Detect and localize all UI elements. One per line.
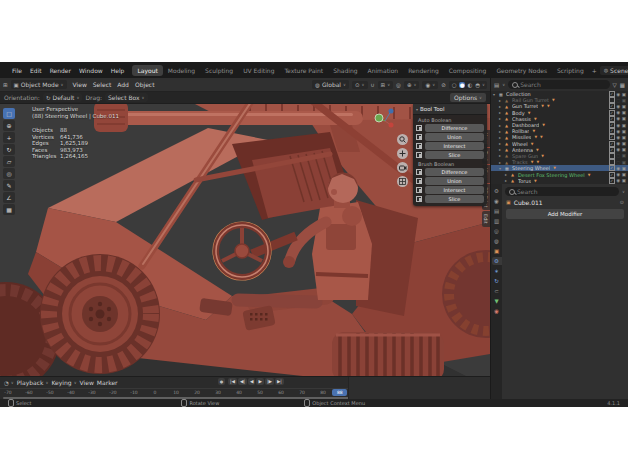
outliner-row-torus[interactable]: ▸▲Torus▼✓◉▣ <box>491 178 628 184</box>
editor-type-icon[interactable]: ⊞ <box>3 82 8 88</box>
eye-visibility-icon[interactable]: ◉ <box>616 166 620 171</box>
exclude-checkbox-icon[interactable]: ✓ <box>609 103 615 109</box>
sidebar-tab-edit[interactable]: Edit <box>482 211 490 227</box>
options-button[interactable]: Options ∨ <box>450 93 486 102</box>
properties-tab-object[interactable]: ▣ <box>492 247 502 255</box>
properties-tab-modifiers[interactable]: ⚙ <box>492 257 502 265</box>
move-view-button[interactable] <box>397 148 408 159</box>
add-modifier-button[interactable]: Add Modifier <box>506 209 624 219</box>
timeline-menu-marker[interactable]: Marker <box>97 379 118 386</box>
outliner-search-input[interactable]: Search <box>508 80 609 89</box>
tool-measure-button[interactable]: ∠ <box>3 192 15 203</box>
shading-material-preview-icon[interactable]: ◐ <box>466 82 473 88</box>
exclude-checkbox-icon[interactable]: ✓ <box>609 172 615 178</box>
shading-solid-icon[interactable]: ● <box>459 82 466 88</box>
collapse-caret-icon[interactable]: ▾ <box>499 166 503 171</box>
expand-caret-icon[interactable]: ▸ <box>499 104 503 109</box>
toggle-projection-button[interactable] <box>397 176 408 187</box>
orientation-setting-dropdown[interactable]: ↻ Default ∨ <box>43 93 82 102</box>
exclude-checkbox-icon[interactable]: ✓ <box>609 141 615 147</box>
brush-boolean-intersect-button[interactable]: Intersect <box>425 186 484 194</box>
exclude-checkbox-icon[interactable]: ✓ <box>609 165 615 171</box>
timeline-menu-playback[interactable]: Playback∨ <box>17 379 49 386</box>
brush-boolean-union-button[interactable]: Union <box>425 177 484 185</box>
eye-visibility-icon[interactable]: ◉ <box>616 104 620 109</box>
eye-visibility-icon[interactable]: ◉ <box>616 135 620 140</box>
menu-help[interactable]: Help <box>107 66 129 75</box>
properties-tab-physics[interactable]: ↻ <box>492 277 502 285</box>
navigation-axis-gizmo[interactable] <box>374 106 396 132</box>
viewport-canvas[interactable]: □⊕+↻▱◎✎∠▦ User Perspective (88) Steering… <box>0 104 490 376</box>
menu-render[interactable]: Render <box>46 66 75 75</box>
workspace-tab-texture-paint[interactable]: Texture Paint <box>279 65 328 76</box>
render-visibility-icon[interactable]: ▣ <box>622 172 626 177</box>
render-visibility-icon[interactable]: ▣ <box>622 116 626 121</box>
exclude-checkbox-icon[interactable]: ✓ <box>609 178 615 184</box>
exclude-checkbox-icon[interactable]: ✓ <box>609 128 615 134</box>
jump-to-end-button[interactable]: ▶| <box>275 378 284 385</box>
eye-visibility-icon[interactable]: ◌ <box>616 153 620 158</box>
expand-caret-icon[interactable]: ▸ <box>505 172 509 177</box>
new-collection-icon[interactable]: ▦ <box>620 82 625 88</box>
mode-dropdown[interactable]: ▣ Object Mode ∨ <box>11 80 67 89</box>
proportional-editing-icon[interactable]: ◎ <box>396 82 401 88</box>
snap-dropdown[interactable]: ⊞ ∨ <box>378 81 394 89</box>
expand-caret-icon[interactable]: ▸ <box>505 178 509 183</box>
exclude-checkbox-icon[interactable]: ✓ <box>609 116 615 122</box>
render-visibility-icon[interactable]: ▣ <box>622 110 626 115</box>
shading-wireframe-icon[interactable]: ○ <box>451 82 458 88</box>
expand-caret-icon[interactable]: ▸ <box>499 141 503 146</box>
snap-magnet-icon[interactable]: ∪ <box>371 82 375 88</box>
auto-boolean-intersect-button[interactable]: Intersect <box>425 142 484 150</box>
eye-visibility-icon[interactable]: ◉ <box>616 92 620 97</box>
pivot-point-dropdown[interactable]: ⊙ ∨ <box>352 81 368 89</box>
tool-add-cube-button[interactable]: ▦ <box>3 204 15 215</box>
workspace-tab-layout[interactable]: Layout <box>132 65 162 76</box>
expand-caret-icon[interactable]: ▸ <box>499 160 503 165</box>
eye-visibility-icon[interactable]: ◉ <box>616 110 620 115</box>
timeline-menu-keying[interactable]: Keying∨ <box>51 379 76 386</box>
auto-boolean-difference-button[interactable]: Difference <box>425 124 484 132</box>
tool-annotate-button[interactable]: ✎ <box>3 180 15 191</box>
next-keyframe-button[interactable]: |▶ <box>265 378 274 385</box>
workspace-tab-sculpting[interactable]: Sculpting <box>200 65 238 76</box>
expand-caret-icon[interactable]: ▸ <box>499 110 503 115</box>
auto-keying-toggle[interactable]: ● <box>218 378 225 385</box>
tool-scale-button[interactable]: ▱ <box>3 156 15 167</box>
eye-visibility-icon[interactable]: ◉ <box>616 129 620 134</box>
render-visibility-icon[interactable]: ▣ <box>622 98 626 103</box>
filter-icon[interactable]: ▽ <box>613 82 617 88</box>
tool-cursor-button[interactable]: ⊕ <box>3 120 15 131</box>
properties-tab-material[interactable]: ◉ <box>492 307 502 315</box>
expand-caret-icon[interactable]: ▸ <box>499 135 503 140</box>
properties-options-icon[interactable]: ∨ <box>622 189 625 194</box>
viewport-menu-view[interactable]: View <box>70 80 90 89</box>
render-visibility-icon[interactable]: ▣ <box>622 123 626 128</box>
eye-visibility-icon[interactable]: ◉ <box>616 116 620 121</box>
properties-tab-world[interactable]: ◍ <box>492 237 502 245</box>
timeline-scrollbar[interactable] <box>3 397 385 400</box>
expand-caret-icon[interactable]: ▸ <box>499 116 503 121</box>
exclude-checkbox-icon[interactable]: ✓ <box>609 134 615 140</box>
timeline-editor-icon[interactable]: ◔∨ <box>4 380 14 386</box>
render-visibility-icon[interactable]: ▣ <box>622 153 626 158</box>
jump-to-start-button[interactable]: |◀ <box>228 378 237 385</box>
properties-tab-view-layer[interactable]: ▥ <box>492 217 502 225</box>
pin-icon[interactable]: ⊙ <box>620 199 624 205</box>
scene-selector[interactable]: ◍ Scene ✕ <box>600 66 628 75</box>
tool-move-button[interactable]: + <box>3 132 15 143</box>
brush-boolean-slice-button[interactable]: Slice <box>425 195 484 203</box>
render-visibility-icon[interactable]: ▣ <box>622 141 626 146</box>
properties-tab-particles[interactable]: ∗ <box>492 267 502 275</box>
bool-tool-panel-header[interactable]: ▾ Bool Tool <box>413 104 487 115</box>
exclude-checkbox-icon[interactable] <box>609 97 615 103</box>
collapse-caret-icon[interactable]: ▾ <box>493 92 497 97</box>
eye-visibility-icon[interactable]: ◌ <box>616 98 620 103</box>
expand-caret-icon[interactable]: ▸ <box>499 123 503 128</box>
auto-boolean-union-button[interactable]: Union <box>425 133 484 141</box>
exclude-checkbox-icon[interactable]: ✓ <box>609 147 615 153</box>
menu-window[interactable]: Window <box>75 66 107 75</box>
tool-transform-button[interactable]: ◎ <box>3 168 15 179</box>
properties-tab-render[interactable]: ◉ <box>492 197 502 205</box>
viewport-menu-object[interactable]: Object <box>132 80 158 89</box>
